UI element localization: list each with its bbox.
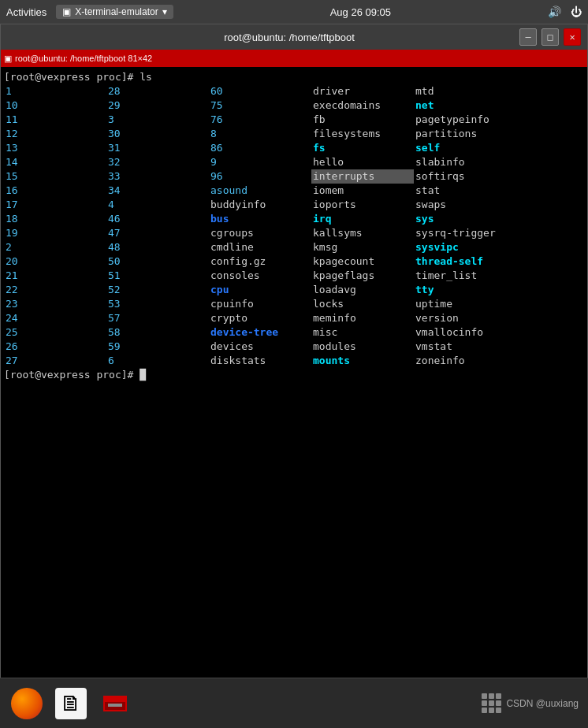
ls-item: interrupts (311, 169, 414, 184)
ls-item: 46 (106, 212, 209, 226)
ls-item: vmallocinfo (414, 325, 516, 340)
ls-item: 23 (4, 297, 106, 311)
ls-item: 75 (209, 98, 311, 113)
ls-item: 86 (209, 141, 311, 155)
ls-item: devices (209, 340, 311, 354)
ls-item: iomem (311, 184, 414, 198)
ls-item: driver (311, 84, 414, 98)
ls-item: 48 (106, 240, 209, 254)
ls-item: partitions (414, 127, 516, 141)
terminal-tab[interactable]: ▣ root@ubuntu: /home/tftpboot 81×42 (4, 54, 152, 64)
ls-item: sysrq-trigger (414, 226, 516, 240)
activities-button[interactable]: Activities (6, 6, 47, 18)
ls-item: 2 (4, 240, 106, 254)
ls-item: tty (414, 283, 516, 297)
files-taskbar-icon[interactable]: 🗎 (54, 686, 88, 721)
ls-item: execdomains (311, 98, 414, 113)
ls-item: 19 (4, 226, 106, 240)
terminal-prompt: [root@vexpress proc]# (4, 71, 140, 83)
ls-item: 52 (106, 283, 209, 297)
ls-item: hello (311, 155, 414, 169)
ls-item: irq (311, 212, 414, 226)
ls-item: locks (311, 297, 414, 311)
ls-item: 34 (106, 184, 209, 198)
ls-item: 26 (4, 340, 106, 354)
system-bar: Activities ▣ X-terminal-emulator ▾ Aug 2… (0, 0, 588, 24)
close-button[interactable]: ✕ (564, 28, 581, 46)
ls-item: filesystems (311, 127, 414, 141)
files-icon: 🗎 (55, 688, 87, 719)
ls-item: asound (209, 184, 311, 198)
ls-item: 33 (106, 169, 209, 184)
terminal-content[interactable]: [root@vexpress proc]# ls 12860drivermtd1… (1, 67, 587, 702)
ls-item: 20 (4, 254, 106, 269)
ls-item: diskstats (209, 354, 311, 368)
ls-item: 3 (106, 113, 209, 127)
ls-item: swaps (414, 198, 516, 212)
ls-item: cpu (209, 283, 311, 297)
ls-item: fs (311, 141, 414, 155)
ls-item: softirqs (414, 169, 516, 184)
ls-item: cmdline (209, 240, 311, 254)
ls-item: 14 (4, 155, 106, 169)
dropdown-arrow-icon: ▾ (162, 6, 167, 17)
minimize-button[interactable]: — (519, 28, 537, 46)
ls-item: 4 (106, 198, 209, 212)
terminal-app-indicator[interactable]: ▣ X-terminal-emulator ▾ (56, 5, 173, 19)
volume-icon[interactable]: 🔊 (548, 6, 561, 18)
ls-item: 57 (106, 311, 209, 325)
ls-item: misc (311, 325, 414, 340)
ls-output: 12860drivermtd102975execdomainsnet11376f… (4, 84, 584, 368)
ls-item: 17 (4, 198, 106, 212)
csdn-label: CSDN @uuxiang (506, 698, 579, 709)
terminal-prompt2: [root@vexpress proc]# (4, 369, 140, 381)
system-bar-left: Activities ▣ X-terminal-emulator ▾ (6, 5, 173, 19)
ls-item: 59 (106, 340, 209, 354)
ls-item: 58 (106, 325, 209, 340)
ls-item: 10 (4, 98, 106, 113)
ls-item: 28 (106, 84, 209, 98)
ls-item: loadavg (311, 283, 414, 297)
ls-item: 11 (4, 113, 106, 127)
power-icon[interactable]: ⏻ (571, 6, 582, 18)
terminal-app-name: X-terminal-emulator (75, 6, 158, 17)
ls-item: sysvipc (414, 240, 516, 254)
ls-item: 1 (4, 84, 106, 98)
terminal-cursor: █ (140, 369, 146, 381)
ls-item: 25 (4, 325, 106, 340)
ls-item: net (414, 98, 516, 113)
ls-item: stat (414, 184, 516, 198)
maximize-button[interactable]: □ (541, 28, 559, 46)
tab-icon: ▣ (4, 54, 12, 64)
ls-item: 53 (106, 297, 209, 311)
terminal-bar1 (105, 697, 125, 702)
ls-item: 8 (209, 127, 311, 141)
ls-item: bus (209, 212, 311, 226)
ls-item: sys (414, 212, 516, 226)
ls-item: cpuinfo (209, 297, 311, 311)
ls-item: 50 (106, 254, 209, 269)
ls-item: 76 (209, 113, 311, 127)
ls-item: uptime (414, 297, 516, 311)
system-bar-datetime: Aug 26 09:05 (330, 6, 391, 18)
ls-item: self (414, 141, 516, 155)
ls-item: 12 (4, 127, 106, 141)
terminal-window: root@ubuntu: /home/tftpboot — □ ✕ ▣ root… (0, 24, 588, 701)
ls-item: 60 (209, 84, 311, 98)
terminal-tab-bar: ▣ root@ubuntu: /home/tftpboot 81×42 (1, 50, 587, 67)
ls-item: 51 (106, 269, 209, 283)
ls-item: kmsg (311, 240, 414, 254)
ls-item: 30 (106, 127, 209, 141)
ls-item: kpageflags (311, 269, 414, 283)
csdn-badge: CSDN @uuxiang (482, 693, 579, 713)
ls-item: ioports (311, 198, 414, 212)
ls-item: zoneinfo (414, 354, 516, 368)
ls-item: device-tree (209, 325, 311, 340)
firefox-taskbar-icon[interactable] (9, 686, 44, 721)
taskbar: 🗎 CSDN @uuxiang (0, 678, 588, 728)
ls-item: timer_list (414, 269, 516, 283)
ls-item: 29 (106, 98, 209, 113)
ls-item: consoles (209, 269, 311, 283)
tab-label: root@ubuntu: /home/tftpboot 81×42 (15, 54, 152, 63)
terminal-taskbar-icon[interactable] (98, 686, 132, 721)
